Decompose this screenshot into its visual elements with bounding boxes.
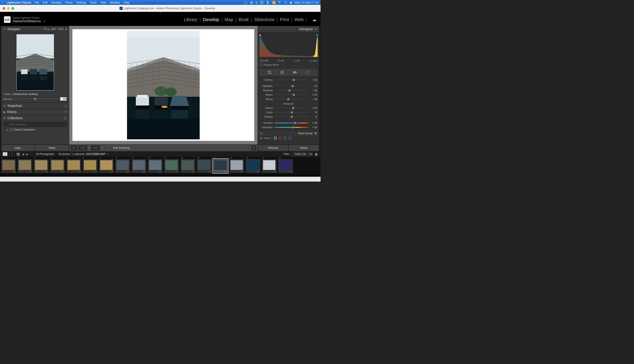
panel-switch-icon[interactable] [260,132,263,134]
amount-input[interactable] [60,97,67,101]
disclosure-triangle-icon[interactable]: ▼ [4,117,6,119]
before-after-lr-button[interactable]: R|A [78,146,87,150]
thumbnail[interactable]: 13▭ ± [196,159,212,173]
slider-track[interactable] [274,112,309,113]
slider-clarity[interactable]: Clarity0 [260,110,317,114]
menu-edit[interactable]: Edit [43,1,48,4]
cloud-sync-icon[interactable]: ☁ [312,17,317,22]
healing-tool-icon[interactable] [280,70,285,75]
menu-view[interactable]: View [100,1,106,4]
slider-track[interactable] [274,86,309,86]
siri-icon[interactable]: ◉ [290,1,292,4]
loupe-view-button[interactable]: ▭ [71,146,77,150]
slider-vibrance[interactable]: Vibrance+ 25 [260,121,317,125]
module-slideshow[interactable]: Slideshow [254,17,274,22]
clear-history-button[interactable]: × [65,110,67,114]
input-status-icon[interactable]: A [260,1,263,4]
zoom-100[interactable]: 100% [51,28,56,30]
slider-whites[interactable]: Whites+ 15 [260,92,317,97]
slider-saturation[interactable]: Saturation+ 10 [260,125,317,130]
control-center-icon[interactable]: ☷ [284,1,287,4]
module-develop[interactable]: Develop [203,17,219,22]
slider-track[interactable] [274,108,309,108]
smart-collections-item[interactable]: ▶ Smart Collections [3,127,67,132]
disclosure-triangle-icon[interactable]: ▶ [4,111,5,113]
copy-settings-button[interactable]: Copy... [1,145,35,151]
channel-green-icon[interactable] [284,136,287,140]
slider-track[interactable] [274,90,309,91]
module-library[interactable]: Library [184,17,197,22]
thumbnail[interactable]: 7▭ ± [99,159,114,173]
channel-red-icon[interactable] [279,136,282,140]
window-close-button[interactable] [3,7,5,10]
slider-track[interactable] [274,127,309,128]
filmstrip-scrollbar[interactable] [0,174,321,177]
filmstrip[interactable]: 1▭ ±2▭ ±3▭ ±4▭ ±5▭ ±6▭ ±7▭ ±8▭ ±9▭ ±10▭ … [0,157,321,174]
cc-status-icon[interactable]: ◯ [244,1,248,4]
filter-select[interactable]: Filters Off [293,152,313,156]
window-minimize-button[interactable] [7,7,10,10]
thumbnail[interactable]: 14▭ ± [213,159,228,173]
spotlight-icon[interactable]: 🔍 [278,1,282,4]
thumbnail[interactable]: 12▭ ± [180,159,195,173]
disk-status-icon[interactable]: ▤ [250,1,253,4]
module-print[interactable]: Print [280,17,289,22]
slider-dehaze[interactable]: Dehaze0 [260,114,317,119]
original-photo-toggle[interactable]: Original Photo [258,63,319,68]
thumbnail[interactable]: 16▭ ± [245,159,261,173]
module-book[interactable]: Book [239,17,249,22]
collections-header[interactable]: ▼ Collections +. [1,115,69,121]
disclosure-triangle-icon[interactable]: ▼ [4,105,6,107]
thumbnail[interactable]: 15▭ ± [229,159,244,173]
masking-tool-icon[interactable] [305,70,310,75]
grid-view-icon[interactable] [17,153,20,156]
slider-track[interactable] [274,99,309,100]
zoom-fit[interactable]: FIT ◆ [44,28,49,30]
menu-help[interactable]: Help [123,1,129,4]
menu-tools[interactable]: Tools [90,1,97,4]
add-collection-button[interactable]: +. [64,116,67,120]
module-map[interactable]: Map [225,17,233,22]
loupe-view[interactable] [72,29,254,141]
slider-blacks[interactable]: Blacks– 26 [260,97,317,101]
slider-shadows[interactable]: Shadows– 15 [260,88,317,92]
menu-file[interactable]: File [35,1,39,4]
slider-track[interactable] [274,122,309,124]
histogram[interactable] [259,33,318,58]
slider-texture[interactable]: Texture+ 10 [260,106,317,110]
thumbnail[interactable]: 8▭ ± [115,159,130,173]
wifi-status-icon[interactable]: 📶 [272,1,276,4]
filter-collections-input[interactable] [3,122,67,127]
tone-curve-header[interactable]: Tone Curve ▼ [258,130,319,136]
previous-button[interactable]: Previous [258,145,289,151]
disclosure-triangle-icon[interactable]: ▼ [315,28,317,30]
play-status-icon[interactable]: ⊙ [255,1,258,4]
navigator-preview[interactable] [17,34,54,90]
navigator-header[interactable]: ▼ Navigator FIT ◆ 100% 300% ◆ [1,26,69,32]
filter-lock-icon[interactable]: 🔒 [315,152,318,156]
thumbnail[interactable]: 6▭ ± [82,159,98,173]
menu-develop[interactable]: Develop [51,1,62,4]
soft-proofing-toggle[interactable]: Soft Proofing [109,146,129,150]
thumbnail[interactable]: 1▭ ± [1,159,16,173]
source-menu-icon[interactable]: ▼ [106,153,108,156]
right-panel-toggle[interactable] [319,26,321,151]
menu-window[interactable]: Window [110,1,120,4]
window-zoom-button[interactable] [12,7,14,10]
reset-button[interactable]: Reset [289,145,319,151]
menu-settings[interactable]: Settings [76,1,87,4]
nav-forward-icon[interactable]: ▶ [26,152,28,156]
channel-rgb-icon[interactable] [274,136,277,140]
main-screen-button[interactable]: 1 [3,152,8,156]
before-after-yy-button[interactable]: Y|Y [91,146,100,150]
crop-tool-icon[interactable] [267,70,272,75]
thumbnail[interactable]: 3▭ ± [34,159,49,173]
menu-photo[interactable]: Photo [65,1,73,4]
thumbnail[interactable]: 9▭ ± [131,159,147,173]
slider-track[interactable] [274,116,309,118]
slider-highlights[interactable]: Highlights+ 8 [260,84,317,88]
slider-track[interactable] [274,94,309,96]
apple-menu-icon[interactable]:  [2,1,3,4]
thumbnail[interactable]: 2▭ ± [17,159,33,173]
add-snapshot-button[interactable]: + [65,104,67,108]
